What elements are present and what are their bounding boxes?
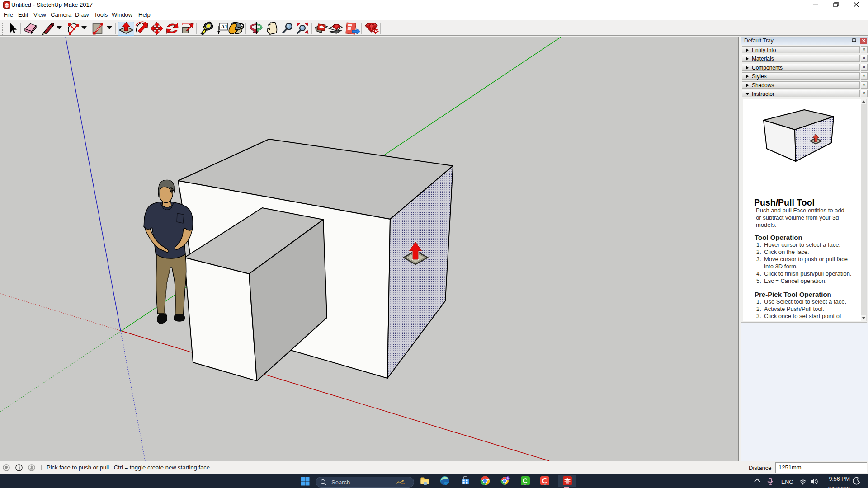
- svg-text:b: b: [507, 477, 509, 480]
- svg-text:ENG: ENG: [781, 479, 793, 485]
- svg-text:A1: A1: [221, 23, 228, 30]
